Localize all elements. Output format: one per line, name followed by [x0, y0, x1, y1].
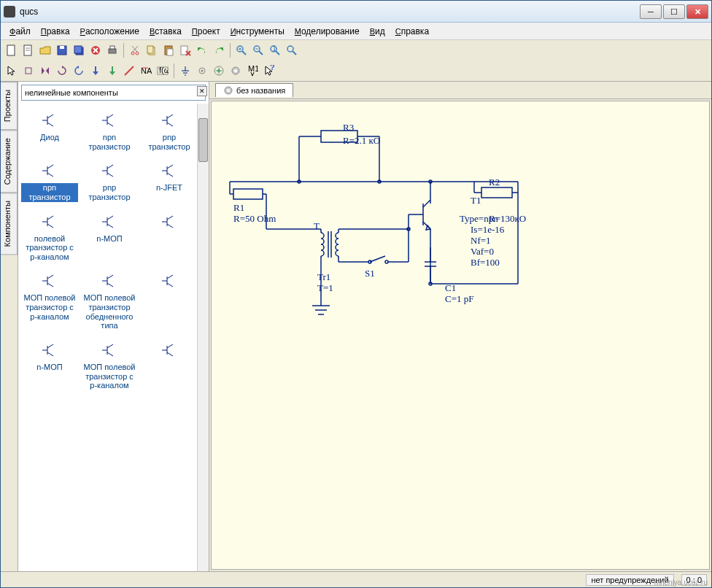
zoom-out-icon[interactable]: [250, 42, 266, 58]
svg-point-170: [385, 260, 388, 263]
scrollbar-vertical[interactable]: [197, 104, 209, 571]
help-icon[interactable]: ?: [261, 63, 277, 79]
new-icon[interactable]: [4, 42, 20, 58]
equation-icon[interactable]: f(ω): [155, 63, 171, 79]
component-label: npn транзистор: [81, 133, 138, 151]
close-doc-icon[interactable]: [88, 42, 104, 58]
ground-icon[interactable]: [177, 63, 193, 79]
component-item[interactable]: [139, 336, 199, 396]
app-icon: [4, 6, 15, 18]
svg-point-13: [131, 52, 134, 55]
component-item[interactable]: МОП полевой транзистор с p-каналом: [20, 267, 80, 336]
svg-line-69: [47, 165, 53, 169]
undo-icon[interactable]: [194, 42, 210, 58]
side-tabs: Проекты Содержание Компоненты: [1, 82, 18, 571]
schematic-canvas[interactable]: R3 R=2.1 кО R1 R=50 Ohm: [211, 101, 710, 570]
print-icon[interactable]: [104, 42, 120, 58]
menu-simulation[interactable]: Моделирование: [290, 25, 364, 38]
tab-projects[interactable]: Проекты: [1, 82, 18, 130]
menu-file[interactable]: Файл: [5, 25, 35, 38]
component-item[interactable]: pnp транзистор: [80, 157, 139, 207]
save-icon[interactable]: [54, 42, 70, 58]
arrow-down-icon[interactable]: [88, 63, 104, 79]
delete-icon[interactable]: [177, 42, 193, 58]
component-symbol-icon: [141, 211, 198, 233]
mirror-icon[interactable]: [37, 63, 53, 79]
component-label: Диод: [21, 133, 78, 142]
gear-icon[interactable]: [228, 63, 244, 79]
svg-line-101: [167, 275, 173, 279]
component-label: pnp транзистор: [141, 133, 198, 151]
component-item[interactable]: МОП полевой транзистор с p-каналом: [80, 336, 139, 396]
svg-line-62: [107, 123, 113, 126]
statusbar: нет предупреждений 0 : 0: [1, 571, 711, 587]
svg-line-70: [47, 173, 53, 177]
scrollbar-thumb[interactable]: [198, 118, 208, 162]
open-icon[interactable]: [37, 42, 53, 58]
component-item[interactable]: [139, 208, 199, 268]
menu-tools[interactable]: Инструменты: [226, 25, 289, 38]
minimize-button[interactable]: ─: [640, 4, 662, 19]
zoom-in-icon[interactable]: [233, 42, 249, 58]
category-dropdown[interactable]: нелинейные компоненты ▾: [21, 85, 206, 101]
save-all-icon[interactable]: [71, 42, 87, 58]
component-item[interactable]: n-МОП: [80, 208, 139, 268]
new-text-icon[interactable]: [20, 42, 36, 58]
component-item[interactable]: pnp транзистор: [139, 107, 199, 157]
marker-icon[interactable]: M1: [244, 63, 260, 79]
wire-icon[interactable]: [121, 63, 137, 79]
menu-help[interactable]: Справка: [391, 25, 433, 38]
menu-view[interactable]: Вид: [365, 25, 390, 38]
component-item[interactable]: полевой транзистор с p-каналом: [20, 208, 80, 268]
component-item[interactable]: n-JFET: [139, 157, 199, 207]
redo-icon[interactable]: [211, 42, 227, 58]
tab-contents[interactable]: Содержание: [1, 130, 18, 193]
svg-line-15: [133, 46, 138, 52]
cut-icon[interactable]: [127, 42, 143, 58]
component-item[interactable]: npn транзистор: [80, 107, 139, 157]
menu-layout[interactable]: Расположение: [76, 25, 144, 38]
svg-text:T1: T1: [471, 195, 481, 206]
zoom-fit-icon[interactable]: 1: [267, 42, 283, 58]
component-item[interactable]: [139, 267, 199, 336]
svg-rect-135: [481, 187, 512, 198]
svg-line-82: [47, 224, 53, 228]
label-icon[interactable]: NAME: [138, 63, 154, 79]
close-button[interactable]: ✕: [686, 4, 708, 19]
svg-line-16: [132, 46, 137, 52]
component-label: МОП полевой транзистор обедненного типа: [81, 293, 138, 330]
tab-components[interactable]: Компоненты: [1, 193, 18, 255]
panel-close-icon[interactable]: ✕: [197, 86, 207, 96]
component-symbol-icon: [21, 211, 78, 233]
watermark: mneniya.ucoz.ru: [654, 579, 708, 587]
select-icon[interactable]: [4, 63, 20, 79]
svg-rect-128: [233, 189, 263, 199]
zoom-all-icon[interactable]: [284, 42, 300, 58]
copy-icon[interactable]: [144, 42, 160, 58]
svg-rect-0: [7, 45, 15, 55]
component-item[interactable]: Диод: [20, 107, 80, 157]
component-item[interactable]: n-МОП: [20, 336, 80, 396]
port-icon[interactable]: [194, 63, 210, 79]
document-tab[interactable]: без названия: [215, 83, 293, 97]
component-item[interactable]: МОП полевой транзистор обедненного типа: [80, 267, 139, 336]
rotate2-icon[interactable]: [71, 63, 87, 79]
menu-insert[interactable]: Вставка: [145, 25, 186, 38]
document-tab-label: без названия: [236, 86, 285, 95]
component-item[interactable]: npn транзистор: [20, 157, 80, 207]
arrow-down2-icon[interactable]: [104, 63, 120, 79]
menu-project[interactable]: Проект: [187, 25, 225, 38]
component-icon[interactable]: [20, 63, 36, 79]
simulate-icon[interactable]: [211, 63, 227, 79]
maximize-button[interactable]: ☐: [663, 4, 685, 19]
component-symbol-icon: [141, 270, 198, 292]
paste-icon[interactable]: [160, 42, 177, 58]
svg-point-52: [234, 69, 237, 72]
menu-edit[interactable]: Правка: [36, 25, 74, 38]
svg-text:R=2.1 кО: R=2.1 кО: [343, 135, 380, 146]
menubar: Файл Правка Расположение Вставка Проект …: [1, 23, 711, 40]
svg-line-77: [167, 165, 173, 169]
svg-text:Nf=1: Nf=1: [471, 235, 491, 246]
svg-line-39: [125, 66, 134, 75]
rotate-icon[interactable]: [54, 63, 70, 79]
